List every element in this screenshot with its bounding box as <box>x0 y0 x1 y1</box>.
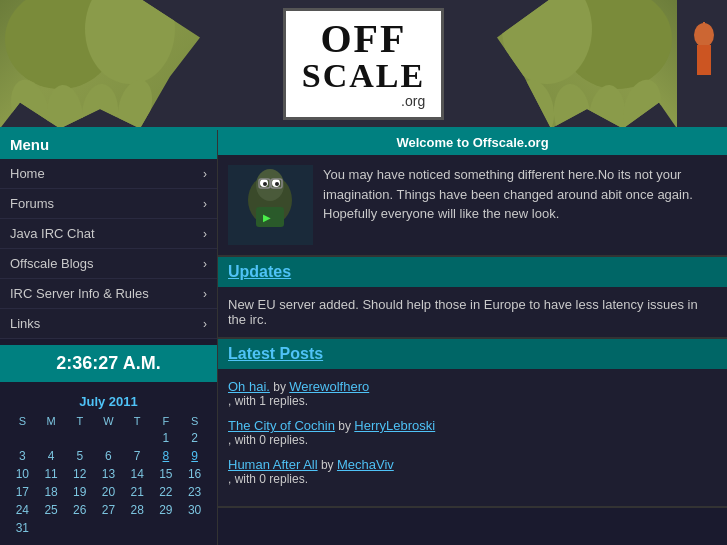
latest-posts-section-header: Latest Posts <box>218 339 727 369</box>
welcome-header: Welcome to Offscale.org <box>218 130 727 155</box>
svg-marker-16 <box>527 124 539 129</box>
calendar-day[interactable]: 17 <box>8 483 37 501</box>
calendar-day[interactable]: 29 <box>152 501 181 519</box>
calendar-day <box>8 429 37 447</box>
updates-text: New EU server added. Should help those i… <box>228 297 698 327</box>
updates-link[interactable]: Updates <box>228 263 291 281</box>
header-banner: OFF SCALE .org <box>0 0 727 130</box>
calendar-day[interactable]: 26 <box>65 501 94 519</box>
calendar-day[interactable]: 30 <box>180 501 209 519</box>
menu-header: Menu <box>0 130 217 159</box>
post-title[interactable]: Oh hai. <box>228 379 270 394</box>
logo-off-text: OFF <box>302 19 425 59</box>
calendar-day <box>37 429 66 447</box>
menu-arrow-irc-rules: › <box>203 287 207 301</box>
post-item: Human After All by MechaViv, with 0 repl… <box>228 457 717 486</box>
svg-point-3 <box>44 83 85 128</box>
calendar-day[interactable]: 23 <box>180 483 209 501</box>
calendar-day[interactable]: 6 <box>94 447 123 465</box>
calendar-day[interactable]: 3 <box>8 447 37 465</box>
post-author[interactable]: HerryLebroski <box>354 418 435 433</box>
svg-point-28 <box>263 182 267 186</box>
welcome-image: ▶ <box>228 165 313 245</box>
site-logo: OFF SCALE .org <box>283 8 444 120</box>
cal-header-fri: F <box>152 413 181 429</box>
calendar-day[interactable]: 28 <box>123 501 152 519</box>
calendar-day[interactable]: 7 <box>123 447 152 465</box>
calendar-table: S M T W T F S 12345678910111213141516171… <box>8 413 209 537</box>
calendar-day[interactable]: 13 <box>94 465 123 483</box>
svg-point-14 <box>586 83 627 128</box>
calendar-day[interactable]: 27 <box>94 501 123 519</box>
calendar-day[interactable]: 4 <box>37 447 66 465</box>
calendar-day[interactable]: 14 <box>123 465 152 483</box>
calendar-day[interactable]: 1 <box>152 429 181 447</box>
menu-item-forums[interactable]: Forums › <box>0 189 217 219</box>
calendar: July 2011 S M T W T F S 1234567891011121… <box>0 388 217 543</box>
svg-point-29 <box>275 182 279 186</box>
calendar-day[interactable]: 12 <box>65 465 94 483</box>
svg-text:▶: ▶ <box>263 212 271 223</box>
menu-arrow-irc: › <box>203 227 207 241</box>
menu-item-home[interactable]: Home › <box>0 159 217 189</box>
calendar-day[interactable]: 11 <box>37 465 66 483</box>
post-by-text: by <box>270 380 289 394</box>
calendar-day[interactable]: 15 <box>152 465 181 483</box>
cal-header-sat: S <box>180 413 209 429</box>
calendar-day[interactable]: 24 <box>8 501 37 519</box>
svg-point-5 <box>112 75 157 128</box>
menu-arrow-blogs: › <box>203 257 207 271</box>
post-title[interactable]: Human After All <box>228 457 318 472</box>
menu-label-irc: Java IRC Chat <box>10 226 95 241</box>
svg-rect-21 <box>697 45 711 75</box>
calendar-day <box>94 429 123 447</box>
menu-label-home: Home <box>10 166 45 181</box>
svg-point-13 <box>551 82 592 128</box>
cal-header-wed: W <box>94 413 123 429</box>
calendar-day[interactable]: 16 <box>180 465 209 483</box>
menu-item-irc-rules[interactable]: IRC Server Info & Rules › <box>0 279 217 309</box>
post-item: The City of Cochin by HerryLebroski, wit… <box>228 418 717 447</box>
post-author[interactable]: Werewolfhero <box>289 379 369 394</box>
calendar-day <box>94 519 123 537</box>
welcome-body: ▶ You may have noticed something differe… <box>218 155 727 257</box>
cal-header-tue: T <box>65 413 94 429</box>
post-title[interactable]: The City of Cochin <box>228 418 335 433</box>
menu-arrow-home: › <box>203 167 207 181</box>
calendar-day[interactable]: 20 <box>94 483 123 501</box>
menu-item-irc[interactable]: Java IRC Chat › <box>0 219 217 249</box>
calendar-day <box>123 519 152 537</box>
calendar-day <box>65 429 94 447</box>
menu-label-forums: Forums <box>10 196 54 211</box>
calendar-day[interactable]: 9 <box>180 447 209 465</box>
svg-point-4 <box>79 82 120 128</box>
post-author[interactable]: MechaViv <box>337 457 394 472</box>
svg-marker-19 <box>633 127 645 129</box>
calendar-day[interactable]: 22 <box>152 483 181 501</box>
menu-items-list: Home › Forums › Java IRC Chat › Offscale… <box>0 159 217 339</box>
content-area: Welcome to Offscale.org <box>218 130 727 545</box>
calendar-day[interactable]: 25 <box>37 501 66 519</box>
calendar-day[interactable]: 10 <box>8 465 37 483</box>
latest-posts-link[interactable]: Latest Posts <box>228 345 323 363</box>
clock-display: 2:36:27 A.M. <box>0 345 217 382</box>
calendar-day <box>180 519 209 537</box>
calendar-day[interactable]: 31 <box>8 519 37 537</box>
calendar-day <box>37 519 66 537</box>
calendar-day[interactable]: 19 <box>65 483 94 501</box>
post-replies: , with 0 replies. <box>228 472 717 486</box>
calendar-day[interactable]: 5 <box>65 447 94 465</box>
menu-item-links[interactable]: Links › <box>0 309 217 339</box>
calendar-day[interactable]: 2 <box>180 429 209 447</box>
menu-arrow-links: › <box>203 317 207 331</box>
menu-item-blogs[interactable]: Offscale Blogs › <box>0 249 217 279</box>
calendar-day[interactable]: 21 <box>123 483 152 501</box>
calendar-day[interactable]: 8 <box>152 447 181 465</box>
logo-scale-text: SCALE <box>302 59 425 93</box>
calendar-day[interactable]: 18 <box>37 483 66 501</box>
sidebar: Menu Home › Forums › Java IRC Chat › Off… <box>0 130 218 545</box>
claws-right-decoration <box>497 0 677 129</box>
logo-org-text: .org <box>302 93 425 109</box>
post-replies: , with 0 replies. <box>228 433 717 447</box>
menu-label-blogs: Offscale Blogs <box>10 256 94 271</box>
